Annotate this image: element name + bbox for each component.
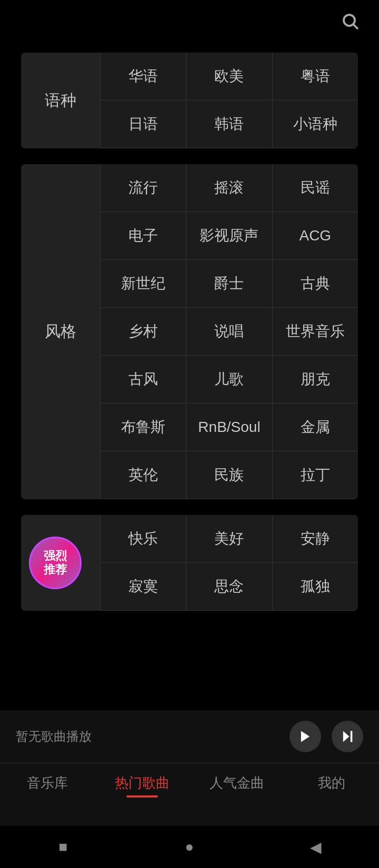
nav-mine[interactable]: 我的: [284, 771, 379, 792]
recommend-badge: 强烈 推荐: [29, 537, 82, 589]
svg-point-0: [344, 15, 355, 26]
tag-gufeng[interactable]: 古风: [100, 356, 186, 403]
search-button[interactable]: [337, 8, 363, 34]
tag-xiangcun[interactable]: 乡村: [100, 308, 186, 356]
tag-sinian[interactable]: 思念: [186, 563, 272, 611]
player-bar: 暂无歌曲播放: [0, 710, 379, 763]
tag-xiaoyuzhong[interactable]: 小语种: [272, 100, 358, 148]
tag-yueyu[interactable]: 粤语: [272, 53, 358, 100]
category-label-style: 风格: [21, 164, 100, 499]
tag-jinshu[interactable]: 金属: [272, 403, 358, 451]
tag-bulusi[interactable]: 布鲁斯: [100, 403, 186, 451]
category-label-language: 语种: [21, 53, 100, 148]
system-nav-bar: ■ ● ◀: [0, 826, 379, 868]
nav-music-library[interactable]: 音乐库: [0, 771, 95, 792]
language-tags: 华语 欧美 粤语 日语 韩语 小语种: [100, 53, 358, 148]
tag-huayu[interactable]: 华语: [100, 53, 186, 100]
tag-gudu[interactable]: 孤独: [272, 563, 358, 611]
tag-oumei[interactable]: 欧美: [186, 53, 272, 100]
tag-riyu[interactable]: 日语: [100, 100, 186, 148]
tag-meihao[interactable]: 美好: [186, 515, 272, 563]
svg-rect-4: [351, 731, 353, 742]
status-bar: [0, 0, 379, 42]
bottom-nav: 音乐库 热门歌曲 人气金曲 我的: [0, 763, 379, 826]
tag-erge[interactable]: 儿歌: [186, 356, 272, 403]
tag-jueshi[interactable]: 爵士: [186, 260, 272, 308]
style-tags: 流行 摇滚 民谣 电子 影视原声 ACG 新世纪 爵士 古典 乡村 说唱 世界音…: [100, 164, 358, 499]
tag-minzu[interactable]: 民族: [186, 451, 272, 499]
player-status: 暂无歌曲播放: [16, 728, 290, 745]
tag-jimo[interactable]: 寂寞: [100, 563, 186, 611]
sys-back-triangle[interactable]: ◀: [303, 834, 329, 860]
tag-yaogn[interactable]: 摇滚: [186, 164, 272, 212]
tag-acg[interactable]: ACG: [272, 212, 358, 260]
tag-xinshiji[interactable]: 新世纪: [100, 260, 186, 308]
sys-back-square[interactable]: ■: [50, 834, 76, 860]
category-section-language: 语种 华语 欧美 粤语 日语 韩语 小语种: [21, 53, 358, 148]
tag-minyao[interactable]: 民谣: [272, 164, 358, 212]
nav-hot-songs[interactable]: 热门歌曲: [95, 771, 190, 798]
mood-tags: 快乐 美好 安静 寂寞 思念 孤独: [100, 515, 358, 611]
next-button[interactable]: [332, 721, 363, 752]
tag-rnbsoul[interactable]: RnB/Soul: [186, 403, 272, 451]
tag-pengke[interactable]: 朋克: [272, 356, 358, 403]
play-button[interactable]: [290, 721, 321, 752]
nav-popular[interactable]: 人气金曲: [190, 771, 284, 792]
tag-shijie[interactable]: 世界音乐: [272, 308, 358, 356]
player-controls: [290, 721, 363, 752]
tag-kuaile[interactable]: 快乐: [100, 515, 186, 563]
tag-shuochang[interactable]: 说唱: [186, 308, 272, 356]
tag-gudian[interactable]: 古典: [272, 260, 358, 308]
category-label-mood: 强烈 推荐: [21, 515, 100, 611]
tag-hanyu[interactable]: 韩语: [186, 100, 272, 148]
tag-anjing[interactable]: 安静: [272, 515, 358, 563]
svg-marker-2: [301, 731, 310, 742]
tag-yinglun[interactable]: 英伦: [100, 451, 186, 499]
svg-line-1: [354, 25, 358, 29]
main-content: 语种 华语 欧美 粤语 日语 韩语 小语种 风格 流行 摇滚 民谣 电子 影视原…: [0, 42, 379, 710]
category-section-mood: 强烈 推荐 快乐 美好 安静 寂寞 思念 孤独: [21, 515, 358, 611]
nav-underline-hot: [126, 795, 158, 798]
tag-liuxing[interactable]: 流行: [100, 164, 186, 212]
tag-lading[interactable]: 拉丁: [272, 451, 358, 499]
tag-dianzi[interactable]: 电子: [100, 212, 186, 260]
sys-home-circle[interactable]: ●: [176, 834, 203, 860]
category-section-style: 风格 流行 摇滚 民谣 电子 影视原声 ACG 新世纪 爵士 古典 乡村 说唱 …: [21, 164, 358, 499]
svg-marker-3: [343, 731, 350, 742]
tag-yingshiyuansheng[interactable]: 影视原声: [186, 212, 272, 260]
